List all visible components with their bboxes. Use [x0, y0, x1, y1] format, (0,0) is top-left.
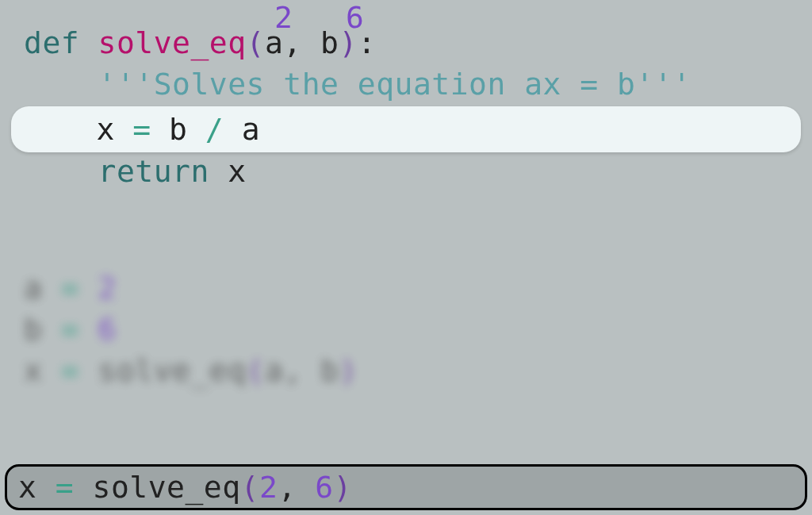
code-block-calling-context: a = 2 b = 6 x = solve_eq(a, b)	[0, 267, 812, 391]
comma: ,	[278, 470, 315, 505]
op-eq: =	[61, 353, 79, 388]
current-line-highlight: x = b / a	[11, 106, 801, 152]
comma: ,	[283, 353, 320, 388]
code-line-assign-b: b = 6	[0, 309, 812, 350]
paren-open: (	[247, 25, 265, 60]
indent	[24, 112, 97, 147]
code-line-docstring: '''Solves the equation ax = b'''	[0, 63, 812, 105]
literal-2: 2	[98, 271, 117, 306]
keyword-return: return	[98, 154, 209, 189]
var-b: b	[169, 112, 187, 147]
spacer	[0, 192, 812, 267]
op-eq: =	[61, 271, 79, 306]
paren-open: (	[247, 353, 265, 388]
code-line-def: def solve_eq(a, b):	[0, 22, 812, 63]
code-visualization: 2 6 def solve_eq(a, b): '''Solves the eq…	[0, 0, 812, 515]
code-line-current: x = b / a	[11, 106, 801, 152]
var-x: x	[18, 470, 36, 505]
comma: ,	[283, 25, 320, 60]
indent	[24, 154, 98, 189]
var-a: a	[24, 271, 42, 306]
paren-close: )	[334, 470, 352, 505]
code-line-return: return x	[0, 151, 812, 192]
param-b: b	[320, 25, 339, 60]
arg-b: b	[320, 353, 339, 388]
paren-close: )	[339, 353, 358, 388]
code-line-call: x = solve_eq(a, b)	[0, 350, 812, 391]
op-eq: =	[132, 112, 151, 147]
paren-open: (	[241, 470, 259, 505]
function-name: solve_eq	[98, 25, 247, 60]
op-eq: =	[56, 470, 74, 505]
colon: :	[358, 25, 376, 60]
space	[209, 154, 228, 189]
literal-6: 6	[98, 312, 117, 347]
param-a: a	[265, 25, 283, 60]
keyword-def: def	[24, 25, 98, 60]
var-x: x	[228, 154, 246, 189]
arg-a: a	[265, 353, 283, 388]
var-b: b	[24, 312, 42, 347]
op-eq: =	[61, 312, 79, 347]
arg-6: 6	[315, 470, 333, 505]
op-div: /	[205, 112, 224, 147]
arg-2: 2	[259, 470, 278, 505]
var-x: x	[97, 112, 115, 147]
call-fn: solve_eq	[98, 353, 247, 388]
call-frame-bar: x = solve_eq(2, 6)	[5, 464, 807, 510]
var-a: a	[242, 112, 260, 147]
var-x: x	[24, 353, 42, 388]
code-line-assign-a: a = 2	[0, 267, 812, 309]
code-block: def solve_eq(a, b): '''Solves the equati…	[0, 0, 812, 391]
paren-close: )	[339, 25, 357, 60]
call-fn: solve_eq	[93, 470, 241, 505]
